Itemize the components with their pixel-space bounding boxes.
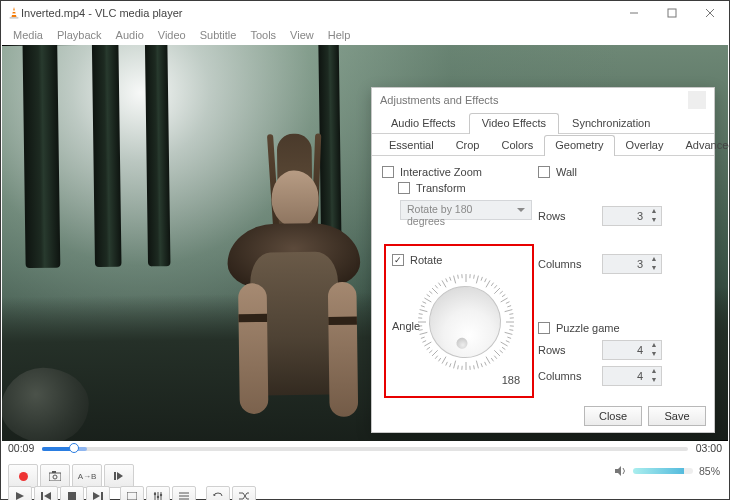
svg-line-53 bbox=[429, 350, 432, 353]
svg-rect-83 bbox=[41, 492, 43, 500]
menu-help[interactable]: Help bbox=[322, 27, 357, 43]
wall-rows-spinner[interactable]: 3▲▼ bbox=[602, 206, 662, 226]
dialog-title: Adjustments and Effects bbox=[380, 94, 498, 106]
transform-checkbox[interactable]: Transform bbox=[398, 182, 532, 194]
svg-line-41 bbox=[474, 365, 475, 369]
subtab-advanced[interactable]: Advanced bbox=[674, 135, 730, 156]
svg-line-21 bbox=[507, 306, 511, 307]
play-button[interactable] bbox=[8, 486, 32, 500]
prev-button[interactable] bbox=[34, 486, 58, 500]
svg-line-16 bbox=[494, 288, 500, 294]
subtab-overlay[interactable]: Overlay bbox=[615, 135, 675, 156]
menu-audio[interactable]: Audio bbox=[110, 27, 150, 43]
svg-point-92 bbox=[160, 494, 162, 496]
menu-subtitle[interactable]: Subtitle bbox=[194, 27, 243, 43]
svg-line-49 bbox=[442, 357, 446, 364]
interactive-zoom-label: Interactive Zoom bbox=[400, 166, 482, 178]
puzzle-rows-spinner[interactable]: 4▲▼ bbox=[602, 340, 662, 360]
tab-synchronization[interactable]: Synchronization bbox=[559, 113, 663, 134]
puzzle-checkbox[interactable]: Puzzle game bbox=[538, 322, 704, 334]
transform-select[interactable]: Rotate by 180 degrees bbox=[400, 200, 532, 220]
rotate-checkbox[interactable]: Rotate bbox=[392, 254, 526, 266]
svg-line-12 bbox=[485, 278, 487, 282]
svg-line-27 bbox=[509, 330, 513, 331]
next-button[interactable] bbox=[86, 486, 110, 500]
svg-line-51 bbox=[435, 356, 438, 359]
play-icon bbox=[16, 492, 24, 500]
svg-point-90 bbox=[154, 493, 156, 495]
svg-line-45 bbox=[458, 365, 459, 369]
loop-button[interactable] bbox=[206, 486, 230, 500]
svg-line-59 bbox=[419, 330, 423, 331]
skip-fwd-icon bbox=[93, 492, 103, 500]
svg-rect-84 bbox=[68, 492, 76, 500]
svg-line-34 bbox=[494, 350, 500, 356]
svg-point-91 bbox=[157, 496, 159, 498]
svg-line-70 bbox=[432, 288, 438, 294]
transform-label: Transform bbox=[416, 182, 466, 194]
svg-line-77 bbox=[458, 275, 459, 279]
subtab-colors[interactable]: Colors bbox=[490, 135, 544, 156]
dialog-tabs: Audio Effects Video Effects Synchronizat… bbox=[372, 112, 714, 134]
svg-line-76 bbox=[454, 276, 456, 284]
subtab-crop[interactable]: Crop bbox=[445, 135, 491, 156]
subtab-essential[interactable]: Essential bbox=[378, 135, 445, 156]
svg-line-54 bbox=[427, 347, 430, 349]
svg-line-29 bbox=[507, 337, 511, 338]
tab-video-effects[interactable]: Video Effects bbox=[469, 113, 559, 134]
svg-line-9 bbox=[474, 275, 475, 279]
rotate-dial[interactable]: Angle 188 bbox=[392, 270, 522, 388]
seek-bar[interactable] bbox=[42, 445, 688, 453]
shuffle-button[interactable] bbox=[232, 486, 256, 500]
svg-line-63 bbox=[419, 314, 423, 315]
svg-line-55 bbox=[424, 342, 431, 346]
interactive-zoom-checkbox[interactable]: Interactive Zoom bbox=[382, 166, 532, 178]
tab-audio-effects[interactable]: Audio Effects bbox=[378, 113, 469, 134]
puzzle-cols-label: Columns bbox=[538, 370, 594, 382]
fullscreen-button[interactable] bbox=[120, 486, 144, 500]
dialog-close-button[interactable]: Close bbox=[584, 406, 642, 426]
time-total[interactable]: 03:00 bbox=[696, 442, 722, 454]
volume-value: 85% bbox=[699, 465, 720, 477]
stop-button[interactable] bbox=[60, 486, 84, 500]
puzzle-cols-spinner[interactable]: 4▲▼ bbox=[602, 366, 662, 386]
svg-line-37 bbox=[486, 357, 490, 364]
wall-cols-spinner[interactable]: 3▲▼ bbox=[602, 254, 662, 274]
playlist-button[interactable] bbox=[172, 486, 196, 500]
menu-tools[interactable]: Tools bbox=[244, 27, 282, 43]
dialog-save-button[interactable]: Save bbox=[648, 406, 706, 426]
svg-line-68 bbox=[427, 294, 430, 296]
svg-line-71 bbox=[435, 285, 438, 288]
svg-line-10 bbox=[476, 276, 478, 284]
svg-rect-2 bbox=[12, 13, 17, 15]
svg-line-28 bbox=[505, 332, 513, 334]
menu-video[interactable]: Video bbox=[152, 27, 192, 43]
speaker-icon[interactable] bbox=[615, 466, 627, 476]
svg-line-23 bbox=[509, 314, 513, 315]
close-button[interactable] bbox=[691, 1, 729, 25]
player-controls: 00:09 03:00 A→B 85% bbox=[2, 441, 728, 498]
maximize-button[interactable] bbox=[653, 1, 691, 25]
shuffle-icon bbox=[239, 492, 249, 500]
svg-line-46 bbox=[454, 361, 456, 369]
titlebar: Inverted.mp4 - VLC media player bbox=[1, 1, 729, 25]
volume-slider[interactable] bbox=[633, 468, 693, 474]
menu-media[interactable]: Media bbox=[7, 27, 49, 43]
svg-rect-4 bbox=[668, 9, 676, 17]
stop-icon bbox=[68, 492, 76, 500]
geometry-panel: Interactive Zoom Transform Rotate by 180… bbox=[378, 158, 708, 400]
svg-line-75 bbox=[450, 277, 451, 281]
menu-playback[interactable]: Playback bbox=[51, 27, 108, 43]
time-elapsed[interactable]: 00:09 bbox=[8, 442, 34, 454]
dialog-titlebar[interactable]: Adjustments and Effects bbox=[372, 88, 714, 112]
svg-line-50 bbox=[438, 358, 440, 361]
dialog-close-icon[interactable] bbox=[688, 91, 706, 109]
window-title: Inverted.mp4 - VLC media player bbox=[21, 7, 182, 19]
ext-settings-button[interactable] bbox=[146, 486, 170, 500]
minimize-button[interactable] bbox=[615, 1, 653, 25]
menu-view[interactable]: View bbox=[284, 27, 320, 43]
wall-checkbox[interactable]: Wall bbox=[538, 166, 704, 178]
vlc-cone-icon bbox=[7, 6, 21, 20]
adjustments-effects-dialog: Adjustments and Effects Audio Effects Vi… bbox=[371, 87, 715, 433]
subtab-geometry[interactable]: Geometry bbox=[544, 135, 614, 156]
